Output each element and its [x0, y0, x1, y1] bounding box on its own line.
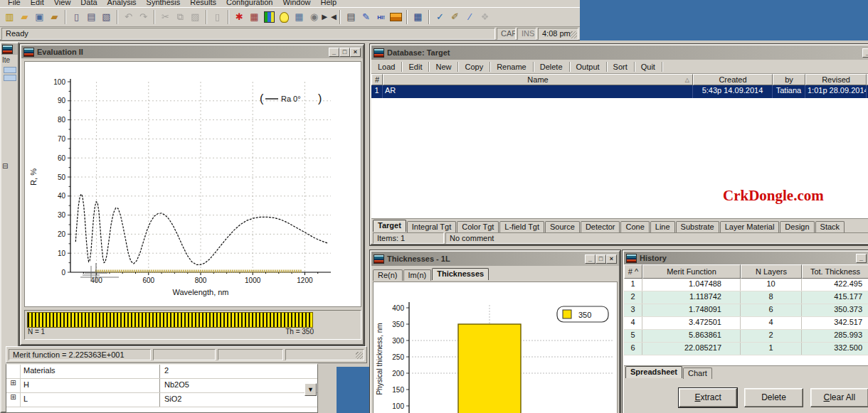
db-tab-integral-tgt[interactable]: Integral Tgt	[407, 221, 456, 232]
db-menu-load[interactable]: Load	[371, 62, 402, 72]
list-item[interactable]	[4, 75, 16, 81]
hi-icon[interactable]: HI!	[374, 10, 388, 24]
pencil-icon[interactable]: ✐	[448, 10, 462, 24]
delete-doc-icon[interactable]: ▧	[99, 10, 114, 24]
import-icon[interactable]: ✓	[433, 10, 448, 24]
minimize-button[interactable]: _	[585, 254, 596, 264]
db-menu-quit[interactable]: Quit	[635, 62, 662, 72]
minimize-button[interactable]: _	[862, 48, 868, 58]
db-menu-output[interactable]: Output	[570, 62, 607, 72]
machine-icon[interactable]	[390, 13, 402, 21]
db-menu-copy[interactable]: Copy	[458, 62, 490, 72]
history-row[interactable]: 11.04748810422.495	[624, 279, 868, 291]
evaluation-titlebar[interactable]: Evaluation II _□×	[21, 45, 363, 58]
thickness-bar-chart[interactable]: 100150200250300350400Physical thickness,…	[373, 281, 618, 413]
db-menu-sort[interactable]: Sort	[607, 62, 635, 72]
open-folder-icon[interactable]: ▰	[17, 10, 32, 24]
menu-view[interactable]: View	[49, 0, 76, 6]
history-row[interactable]: 55.8638612285.993	[624, 330, 868, 343]
db-tab-layer-material[interactable]: Layer Material	[720, 221, 780, 232]
thicknesses-titlebar[interactable]: Thicknesses - 1L _□×	[371, 252, 619, 266]
expand-box-icon[interactable]: ⊞	[6, 379, 21, 392]
trash-icon[interactable]: ▯	[210, 10, 225, 24]
cut-icon[interactable]: ✂	[158, 10, 173, 24]
close-button[interactable]: ×	[350, 48, 361, 57]
db-tab-target[interactable]: Target	[373, 220, 406, 232]
scroll-down-button[interactable]: ▼	[305, 383, 317, 396]
analysis-chart-icon[interactable]: ▦	[247, 10, 262, 24]
design-icon[interactable]: ▥	[2, 10, 17, 24]
delete-button[interactable]: Delete	[744, 388, 803, 407]
printer-icon[interactable]: ▤	[344, 10, 359, 24]
materials-row[interactable]: Materials2	[6, 365, 317, 379]
db-tab-detector[interactable]: Detector	[581, 221, 620, 232]
history-titlebar[interactable]: History _	[624, 252, 868, 264]
db-tab-l-field-tgt[interactable]: L-field Tgt	[499, 221, 544, 232]
minimize-button[interactable]: _	[856, 254, 867, 263]
expand-box-icon[interactable]: ⊞	[6, 393, 21, 407]
db-menu-delete[interactable]: Delete	[534, 62, 570, 72]
maximize-button[interactable]: □	[339, 48, 350, 57]
brush-icon[interactable]: ∕	[462, 10, 477, 24]
menu-help[interactable]: Help	[316, 0, 342, 6]
menu-edit[interactable]: Edit	[26, 0, 49, 6]
redo-icon[interactable]: ↷	[136, 10, 151, 24]
db-col-by[interactable]: by	[773, 74, 805, 85]
collapse-box[interactable]: ⊟	[1, 161, 18, 171]
chart-window-icon[interactable]: ▦	[411, 10, 425, 24]
list-item[interactable]	[4, 67, 16, 73]
extract-button[interactable]: Extract	[679, 388, 737, 407]
menu-results[interactable]: Results	[185, 0, 221, 6]
save-icon[interactable]: ▣	[32, 10, 47, 24]
picture-icon[interactable]: ▦	[292, 10, 307, 24]
menu-window[interactable]: Window	[277, 0, 315, 6]
db-col-[interactable]: #	[371, 74, 383, 85]
close-folder-icon[interactable]: ▰	[47, 10, 62, 24]
db-tab-line[interactable]: Line	[650, 221, 675, 232]
th-tab-im-n[interactable]: Im(n)	[403, 269, 432, 281]
materials-row[interactable]: ⊞HNb2O5	[6, 379, 317, 393]
menu-file[interactable]: File	[3, 0, 26, 6]
history-row[interactable]: 21.1187428415.177	[624, 291, 868, 304]
copy-icon[interactable]: ⧉	[173, 10, 188, 24]
history-row[interactable]: 622.0852171332.500	[624, 343, 868, 355]
db-tab-cone[interactable]: Cone	[620, 221, 649, 232]
th-tab-re-n[interactable]: Re(n)	[373, 269, 403, 281]
hist-tab-spreadsheet[interactable]: Spreadsheet	[625, 366, 682, 378]
menu-synthesis[interactable]: Synthesis	[142, 0, 186, 6]
menu-analysis[interactable]: Analysis	[102, 0, 142, 6]
color-bars-icon[interactable]	[264, 11, 275, 23]
history-row[interactable]: 31.7480916350.373	[624, 304, 868, 317]
menu-configuration[interactable]: Configuration	[221, 0, 277, 6]
clear-all-button[interactable]: Clear All	[810, 388, 868, 407]
menu-data[interactable]: Data	[75, 0, 102, 6]
options-icon[interactable]: ❖	[477, 10, 492, 24]
edit-doc-icon[interactable]: ▤	[84, 10, 99, 24]
db-menu-new[interactable]: New	[429, 62, 458, 72]
new-doc-icon[interactable]: ▯	[69, 10, 84, 24]
step-arrows-icon[interactable]: ►◄	[322, 10, 337, 24]
hist-col-[interactable]: # ^	[624, 264, 642, 279]
undo-icon[interactable]: ↶	[121, 10, 136, 24]
db-menu-rename[interactable]: Rename	[490, 62, 534, 72]
database-titlebar[interactable]: Database: Target _	[371, 45, 868, 60]
db-tab-stack[interactable]: Stack	[815, 221, 845, 232]
bulb-icon[interactable]	[280, 12, 289, 23]
db-tab-color-tgt[interactable]: Color Tgt	[457, 221, 499, 232]
db-tab-substrate[interactable]: Substrate	[676, 221, 719, 232]
history-row[interactable]: 43.4725014342.517	[624, 317, 868, 330]
db-tab-design[interactable]: Design	[780, 221, 814, 232]
db-tab-source[interactable]: Source	[545, 221, 580, 232]
minimize-button[interactable]: _	[329, 48, 339, 57]
synthesis-icon[interactable]: ✱	[232, 10, 247, 24]
hist-col-n-layers[interactable]: N Layers	[741, 264, 802, 279]
hist-tab-chart[interactable]: Chart	[683, 368, 712, 379]
close-button[interactable]: ×	[606, 254, 617, 264]
evaluation-chart[interactable]: 010203040506070809010040060080010001200W…	[24, 61, 361, 307]
db-col-created[interactable]: Created	[693, 74, 773, 85]
layer-stripes[interactable]	[27, 312, 313, 328]
db-col-name[interactable]: Name△	[383, 74, 693, 85]
th-tab-thicknesses[interactable]: Thicknesses	[432, 268, 489, 280]
hist-col-tot-thickness[interactable]: Tot. Thickness	[802, 264, 868, 279]
paste-icon[interactable]: ▨	[188, 10, 203, 24]
